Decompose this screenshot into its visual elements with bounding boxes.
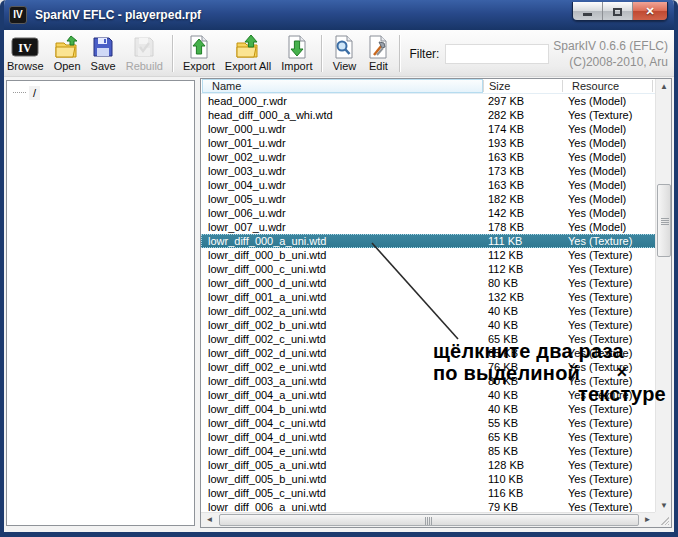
cell-resource: Yes (Model) [568,136,626,150]
table-row[interactable]: lowr_diff_002_c_uni.wtd65 KBYes (Texture… [201,332,656,346]
cell-resource: Yes (Model) [568,150,626,164]
table-row[interactable]: lowr_diff_004_a_uni.wtd40 KBYes (Texture… [201,388,656,402]
cell-resource: Yes (Texture) [568,262,632,276]
toolbar-button-edit[interactable]: Edit [361,32,395,75]
table-row[interactable]: lowr_diff_005_b_uni.wtd110 KBYes (Textur… [201,472,656,486]
column-header-name[interactable]: Name [212,80,241,93]
cell-resource: Yes (Texture) [568,332,632,346]
cell-size: 128 KB [488,458,524,472]
table-row[interactable]: lowr_002_u.wdr163 KBYes (Model) [201,150,656,164]
cell-name: head_000_r.wdr [208,94,287,108]
column-divider[interactable] [652,80,654,92]
cell-size: 65 KB [488,430,518,444]
cell-size: 112 KB [488,248,523,262]
table-row[interactable]: lowr_005_u.wdr182 KBYes (Model) [201,192,656,206]
table-row[interactable]: lowr_diff_003_a_uni.wtd80 KBYes (Texture… [201,374,656,388]
table-row[interactable]: lowr_diff_005_c_uni.wtd116 KBYes (Textur… [201,486,656,500]
table-row[interactable]: head_000_r.wdr297 KBYes (Model) [201,94,656,108]
cell-resource: Yes (Texture) [568,458,632,472]
cell-resource: Yes (Texture) [568,388,632,402]
column-divider[interactable] [562,80,564,92]
toolbar-button-save[interactable]: Save [86,32,121,75]
filter-label: Filter: [409,47,439,61]
toolbar-button-import[interactable]: Import [276,32,317,75]
toolbar-button-label: Browse [7,60,44,73]
table-row[interactable]: lowr_diff_004_b_uni.wtd40 KBYes (Texture… [201,402,656,416]
cell-resource: Yes (Texture) [568,346,632,360]
cell-size: 174 KB [488,122,524,136]
cell-size: 55 KB [488,416,518,430]
vertical-scrollbar[interactable]: ▲ ▼ [655,79,671,514]
cell-resource: Yes (Model) [568,178,626,192]
vertical-scroll-thumb[interactable] [657,184,671,257]
table-row-selected[interactable]: lowr_diff_000_a_uni.wtd111 KBYes (Textur… [201,234,656,248]
cell-name: lowr_diff_004_e_uni.wtd [208,444,326,458]
table-row[interactable]: lowr_006_u.wdr142 KBYes (Model) [201,206,656,220]
table-row[interactable]: lowr_diff_004_c_uni.wtd55 KBYes (Texture… [201,416,656,430]
table-row[interactable]: lowr_diff_000_b_uni.wtd112 KBYes (Textur… [201,248,656,262]
toolbar-button-label: Open [54,60,81,73]
maximize-button[interactable] [603,2,633,21]
cell-name: lowr_diff_003_a_uni.wtd [208,374,326,388]
toolbar-separator [399,35,401,72]
table-row[interactable]: lowr_007_u.wdr178 KBYes (Model) [201,220,656,234]
table-row[interactable]: head_diff_000_a_whi.wtd282 KBYes (Textur… [201,108,656,122]
iv-logo-icon: IV [10,34,40,60]
cell-name: lowr_001_u.wdr [208,136,286,150]
tree-branch-line [13,92,26,93]
cell-name: lowr_000_u.wdr [208,122,286,136]
cell-name: lowr_diff_005_b_uni.wtd [208,472,326,486]
table-row[interactable]: lowr_diff_004_e_uni.wtd85 KBYes (Texture… [201,444,656,458]
scroll-left-icon[interactable]: ◄ [202,513,217,527]
close-button[interactable]: ✕ [633,2,667,21]
toolbar-button-label: Edit [369,60,388,73]
toolbar-button-export-all[interactable]: Export All [220,32,276,75]
cell-size: 297 KB [488,94,524,108]
table-row[interactable]: lowr_diff_002_a_uni.wtd40 KBYes (Texture… [201,304,656,318]
table-row[interactable]: lowr_000_u.wdr174 KBYes (Model) [201,122,656,136]
cell-size: 65 KB [488,346,518,360]
cell-name: lowr_002_u.wdr [208,150,286,164]
about-copyright: (C)2008-2010, Aru [553,54,668,70]
table-row[interactable]: lowr_001_u.wdr193 KBYes (Model) [201,136,656,150]
cell-size: 110 KB [488,472,523,486]
scroll-right-icon[interactable]: ► [640,513,655,527]
table-row[interactable]: lowr_003_u.wdr173 KBYes (Model) [201,164,656,178]
table-row[interactable]: lowr_diff_000_d_uni.wtd80 KBYes (Texture… [201,276,656,290]
toolbar-button-view[interactable]: View [327,32,361,75]
toolbar-button-open[interactable]: Open [49,32,86,75]
toolbar-button-export[interactable]: Export [178,32,220,75]
toolbar-button-browse[interactable]: IVBrowse [2,32,49,75]
column-divider[interactable] [483,80,485,92]
column-header-resource[interactable]: Resource [572,80,619,93]
cell-name: lowr_diff_002_a_uni.wtd [208,304,326,318]
cell-size: 163 KB [488,150,524,164]
horizontal-scroll-thumb[interactable] [219,514,639,526]
cell-size: 193 KB [488,136,524,150]
cell-resource: Yes (Texture) [568,416,632,430]
table-row[interactable]: lowr_diff_005_a_uni.wtd128 KBYes (Textur… [201,458,656,472]
table-row[interactable]: lowr_diff_002_b_uni.wtd40 KBYes (Texture… [201,318,656,332]
horizontal-scrollbar[interactable]: ◄ ► [201,512,656,527]
scroll-down-icon[interactable]: ▼ [656,499,672,513]
cell-size: 163 KB [488,178,524,192]
table-row[interactable]: lowr_diff_001_a_uni.wtd132 KBYes (Textur… [201,290,656,304]
table-row[interactable]: lowr_diff_004_d_uni.wtd65 KBYes (Texture… [201,430,656,444]
save-floppy-icon [91,34,115,60]
table-row[interactable]: lowr_diff_000_c_uni.wtd112 KBYes (Textur… [201,262,656,276]
tree-node-root[interactable]: / [13,85,40,100]
filter-input[interactable] [445,44,549,64]
window-title: SparkIV EFLC - playerped.rpf [35,8,201,22]
minimize-button[interactable] [573,2,603,21]
list-header: Name Size Resource [201,79,671,94]
table-row[interactable]: lowr_004_u.wdr163 KBYes (Model) [201,178,656,192]
name-column-highlight [202,79,483,93]
cell-size: 282 KB [488,108,524,122]
cell-name: lowr_diff_005_c_uni.wtd [208,486,326,500]
table-row[interactable]: lowr_diff_002_e_uni.wtd76 KBYes (Texture… [201,360,656,374]
scroll-up-icon[interactable]: ▲ [656,80,672,94]
column-header-size[interactable]: Size [489,80,510,93]
cell-resource: Yes (Model) [568,220,626,234]
table-row[interactable]: lowr_diff_002_d_uni.wtd65 KBYes (Texture… [201,346,656,360]
resize-grip-icon[interactable] [658,514,669,525]
